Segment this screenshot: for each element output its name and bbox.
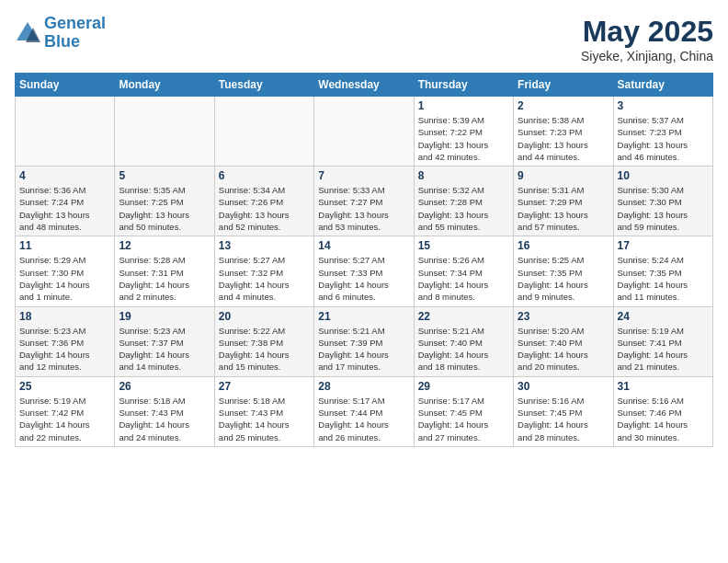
day-info: Sunrise: 5:17 AM Sunset: 7:45 PM Dayligh…	[418, 395, 509, 443]
day-info: Sunrise: 5:25 AM Sunset: 7:35 PM Dayligh…	[518, 254, 609, 303]
calendar-cell: 21Sunrise: 5:21 AM Sunset: 7:39 PM Dayli…	[314, 306, 414, 376]
calendar-cell: 9Sunrise: 5:31 AM Sunset: 7:29 PM Daylig…	[514, 167, 613, 236]
month-title: May 2025	[581, 15, 713, 49]
calendar-cell: 27Sunrise: 5:18 AM Sunset: 7:43 PM Dayli…	[214, 376, 313, 446]
day-info: Sunrise: 5:39 AM Sunset: 7:22 PM Dayligh…	[418, 114, 509, 163]
calendar-cell	[16, 97, 115, 167]
weekday-header: Tuesday	[214, 74, 313, 97]
calendar-cell: 15Sunrise: 5:26 AM Sunset: 7:34 PM Dayli…	[414, 236, 513, 306]
day-number: 7	[318, 169, 409, 182]
day-info: Sunrise: 5:28 AM Sunset: 7:31 PM Dayligh…	[119, 254, 210, 303]
calendar-cell: 11Sunrise: 5:29 AM Sunset: 7:30 PM Dayli…	[16, 236, 115, 306]
calendar-week-row: 4Sunrise: 5:36 AM Sunset: 7:24 PM Daylig…	[16, 167, 713, 236]
calendar-cell: 18Sunrise: 5:23 AM Sunset: 7:36 PM Dayli…	[16, 306, 115, 376]
day-number: 10	[618, 169, 709, 182]
day-number: 11	[19, 239, 110, 252]
day-info: Sunrise: 5:16 AM Sunset: 7:46 PM Dayligh…	[618, 395, 709, 443]
day-number: 19	[119, 310, 210, 323]
calendar-cell: 7Sunrise: 5:33 AM Sunset: 7:27 PM Daylig…	[314, 167, 414, 236]
calendar-cell: 31Sunrise: 5:16 AM Sunset: 7:46 PM Dayli…	[613, 376, 712, 446]
calendar-cell: 19Sunrise: 5:23 AM Sunset: 7:37 PM Dayli…	[115, 306, 214, 376]
day-info: Sunrise: 5:22 AM Sunset: 7:38 PM Dayligh…	[219, 325, 310, 373]
day-number: 1	[418, 99, 509, 112]
day-number: 20	[219, 310, 310, 323]
calendar-cell: 17Sunrise: 5:24 AM Sunset: 7:35 PM Dayli…	[613, 236, 712, 306]
logo-icon	[15, 20, 40, 46]
day-number: 23	[518, 310, 609, 323]
day-number: 16	[518, 239, 609, 252]
calendar-week-row: 11Sunrise: 5:29 AM Sunset: 7:30 PM Dayli…	[16, 236, 713, 306]
calendar-cell: 13Sunrise: 5:27 AM Sunset: 7:32 PM Dayli…	[214, 236, 313, 306]
day-number: 5	[119, 169, 210, 182]
day-info: Sunrise: 5:19 AM Sunset: 7:42 PM Dayligh…	[19, 395, 110, 443]
day-info: Sunrise: 5:17 AM Sunset: 7:44 PM Dayligh…	[318, 395, 409, 443]
calendar-cell: 4Sunrise: 5:36 AM Sunset: 7:24 PM Daylig…	[16, 167, 115, 236]
calendar-cell: 14Sunrise: 5:27 AM Sunset: 7:33 PM Dayli…	[314, 236, 414, 306]
day-info: Sunrise: 5:31 AM Sunset: 7:29 PM Dayligh…	[518, 184, 609, 233]
day-info: Sunrise: 5:29 AM Sunset: 7:30 PM Dayligh…	[19, 254, 110, 303]
calendar-cell: 25Sunrise: 5:19 AM Sunset: 7:42 PM Dayli…	[16, 376, 115, 446]
calendar-cell: 10Sunrise: 5:30 AM Sunset: 7:30 PM Dayli…	[613, 167, 712, 236]
day-info: Sunrise: 5:18 AM Sunset: 7:43 PM Dayligh…	[219, 395, 310, 443]
calendar-cell: 20Sunrise: 5:22 AM Sunset: 7:38 PM Dayli…	[214, 306, 313, 376]
day-info: Sunrise: 5:26 AM Sunset: 7:34 PM Dayligh…	[418, 254, 509, 303]
day-info: Sunrise: 5:24 AM Sunset: 7:35 PM Dayligh…	[618, 254, 709, 303]
day-number: 15	[418, 239, 509, 252]
day-info: Sunrise: 5:30 AM Sunset: 7:30 PM Dayligh…	[618, 184, 709, 233]
calendar-cell: 5Sunrise: 5:35 AM Sunset: 7:25 PM Daylig…	[115, 167, 214, 236]
day-info: Sunrise: 5:34 AM Sunset: 7:26 PM Dayligh…	[219, 184, 310, 233]
calendar-week-row: 1Sunrise: 5:39 AM Sunset: 7:22 PM Daylig…	[16, 97, 713, 167]
calendar-table: SundayMondayTuesdayWednesdayThursdayFrid…	[15, 73, 713, 447]
day-number: 26	[119, 380, 210, 393]
day-info: Sunrise: 5:38 AM Sunset: 7:23 PM Dayligh…	[518, 114, 609, 163]
weekday-header: Wednesday	[314, 74, 414, 97]
day-info: Sunrise: 5:18 AM Sunset: 7:43 PM Dayligh…	[119, 395, 210, 443]
calendar-cell: 26Sunrise: 5:18 AM Sunset: 7:43 PM Dayli…	[115, 376, 214, 446]
day-info: Sunrise: 5:23 AM Sunset: 7:36 PM Dayligh…	[19, 325, 110, 373]
weekday-header: Thursday	[414, 74, 513, 97]
weekday-header-row: SundayMondayTuesdayWednesdayThursdayFrid…	[16, 74, 713, 97]
day-number: 17	[618, 239, 709, 252]
day-info: Sunrise: 5:19 AM Sunset: 7:41 PM Dayligh…	[618, 325, 709, 373]
calendar-cell: 1Sunrise: 5:39 AM Sunset: 7:22 PM Daylig…	[414, 97, 513, 167]
location: Siyeke, Xinjiang, China	[581, 49, 713, 63]
calendar-week-row: 25Sunrise: 5:19 AM Sunset: 7:42 PM Dayli…	[16, 376, 713, 446]
calendar-week-row: 18Sunrise: 5:23 AM Sunset: 7:36 PM Dayli…	[16, 306, 713, 376]
calendar-cell: 22Sunrise: 5:21 AM Sunset: 7:40 PM Dayli…	[414, 306, 513, 376]
calendar-cell	[214, 97, 313, 167]
day-number: 30	[518, 380, 609, 393]
day-info: Sunrise: 5:35 AM Sunset: 7:25 PM Dayligh…	[119, 184, 210, 233]
page-header: General Blue May 2025 Siyeke, Xinjiang, …	[15, 15, 713, 63]
day-info: Sunrise: 5:27 AM Sunset: 7:32 PM Dayligh…	[219, 254, 310, 303]
calendar-cell: 16Sunrise: 5:25 AM Sunset: 7:35 PM Dayli…	[514, 236, 613, 306]
day-info: Sunrise: 5:20 AM Sunset: 7:40 PM Dayligh…	[518, 325, 609, 373]
day-info: Sunrise: 5:16 AM Sunset: 7:45 PM Dayligh…	[518, 395, 609, 443]
day-number: 8	[418, 169, 509, 182]
calendar-cell: 23Sunrise: 5:20 AM Sunset: 7:40 PM Dayli…	[514, 306, 613, 376]
day-number: 12	[119, 239, 210, 252]
calendar-cell: 6Sunrise: 5:34 AM Sunset: 7:26 PM Daylig…	[214, 167, 313, 236]
calendar-cell: 8Sunrise: 5:32 AM Sunset: 7:28 PM Daylig…	[414, 167, 513, 236]
day-number: 13	[219, 239, 310, 252]
day-info: Sunrise: 5:37 AM Sunset: 7:23 PM Dayligh…	[618, 114, 709, 163]
day-number: 28	[318, 380, 409, 393]
day-number: 21	[318, 310, 409, 323]
day-number: 27	[219, 380, 310, 393]
day-info: Sunrise: 5:21 AM Sunset: 7:39 PM Dayligh…	[318, 325, 409, 373]
calendar-cell: 12Sunrise: 5:28 AM Sunset: 7:31 PM Dayli…	[115, 236, 214, 306]
day-number: 14	[318, 239, 409, 252]
title-block: May 2025 Siyeke, Xinjiang, China	[581, 15, 713, 63]
calendar-cell	[314, 97, 414, 167]
calendar-cell: 24Sunrise: 5:19 AM Sunset: 7:41 PM Dayli…	[613, 306, 712, 376]
day-number: 31	[618, 380, 709, 393]
calendar-cell: 3Sunrise: 5:37 AM Sunset: 7:23 PM Daylig…	[613, 97, 712, 167]
calendar-cell: 29Sunrise: 5:17 AM Sunset: 7:45 PM Dayli…	[414, 376, 513, 446]
day-info: Sunrise: 5:33 AM Sunset: 7:27 PM Dayligh…	[318, 184, 409, 233]
weekday-header: Saturday	[613, 74, 712, 97]
day-info: Sunrise: 5:32 AM Sunset: 7:28 PM Dayligh…	[418, 184, 509, 233]
day-number: 24	[618, 310, 709, 323]
day-number: 6	[219, 169, 310, 182]
weekday-header: Friday	[514, 74, 613, 97]
logo-text: General Blue	[44, 15, 106, 52]
day-number: 4	[19, 169, 110, 182]
